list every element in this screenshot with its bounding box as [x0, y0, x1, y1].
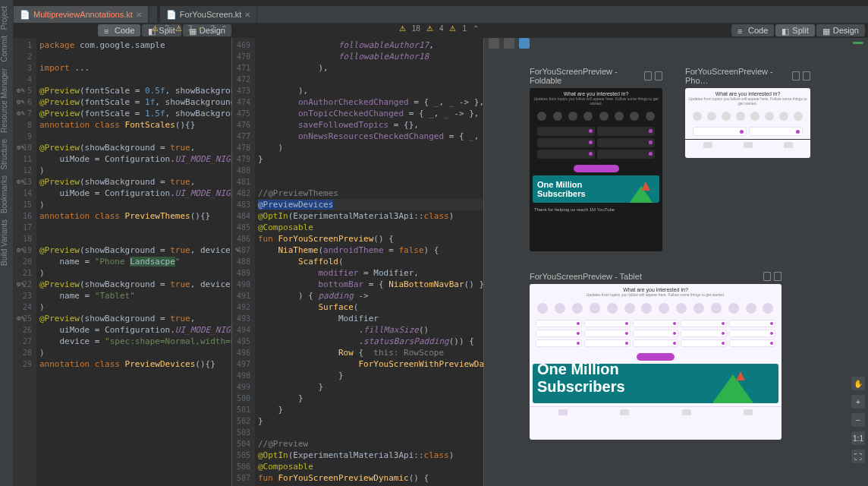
warning-icon: ⚠: [152, 24, 159, 33]
close-icon[interactable]: ✕: [136, 11, 142, 19]
rail-build-variants[interactable]: Build Variants: [0, 219, 8, 266]
code-editor-mid[interactable]: followableAuthor17, followableAuthor18 )…: [255, 38, 483, 486]
preview-canvas[interactable]: ForYouScreenPreview - Foldable What are …: [484, 67, 845, 486]
gutter-left[interactable]: 1234⚙✎5⚙✎6⚙✎789⚙✎101112⚙✎131415161718⚙✎1…: [14, 38, 36, 486]
close-icon[interactable]: ✕: [244, 11, 250, 19]
split-icon: ◧: [782, 27, 789, 34]
zoom-reset-button[interactable]: 1:1: [851, 431, 865, 445]
device-icon[interactable]: [774, 272, 782, 281]
device-icon[interactable]: [644, 71, 652, 80]
preview-tablet[interactable]: What are you interested in?Updates from …: [530, 284, 782, 440]
gutter-mid[interactable]: 4694704714724734744754764774784794804814…: [232, 38, 255, 486]
preview-pane: ForYouScreenPreview - Foldable What are …: [484, 38, 868, 486]
preview-toolbar: [484, 38, 868, 53]
warning-icon: ⚠: [175, 24, 182, 33]
zoom-in-icon[interactable]: +: [851, 395, 865, 409]
main-area: ⚠2 ⚠3 ✔2 ⌃ 1234⚙✎5⚙✎6⚙✎789⚙✎101112⚙✎1314…: [14, 38, 868, 486]
zoom-out-icon[interactable]: −: [851, 413, 865, 427]
view-code-button[interactable]: ≡Code: [98, 24, 140, 36]
tab-label: ForYouScreen.kt: [180, 10, 242, 19]
build-ok-icon: [853, 42, 863, 44]
editor-pane-mid: ⚠18 ⚠4 ⚠1 ⌃ 4694704714724734744754764774…: [232, 38, 484, 486]
tab-foryouscreen[interactable]: 📄 ForYouScreen.kt ✕: [160, 6, 258, 23]
pan-icon[interactable]: ✋: [851, 377, 865, 390]
device-icon[interactable]: [763, 272, 771, 281]
layers-icon[interactable]: [519, 38, 530, 49]
ok-icon: ✔: [198, 24, 204, 33]
file-icon: 📄: [166, 10, 177, 20]
design-icon: ▦: [822, 27, 830, 34]
preview-title-foldable: ForYouScreenPreview - Foldable: [530, 67, 662, 85]
rail-project[interactable]: Project: [0, 6, 8, 30]
warning-icon: ⚠: [449, 24, 456, 33]
preview-zoom-tools: ✋ + − 1:1 ⛶: [851, 377, 865, 463]
rail-structure[interactable]: Structure: [0, 139, 8, 170]
zoom-fit-icon[interactable]: ⛶: [851, 450, 865, 463]
preview-foldable[interactable]: What are you interested in?Updates from …: [530, 88, 662, 251]
banner-preview: One Million Subscribers: [533, 175, 659, 203]
inspection-summary-left[interactable]: ⚠2 ⚠3 ✔2 ⌃: [152, 24, 227, 33]
warning-icon: ⚠: [426, 24, 433, 33]
code-editor-left[interactable]: package com.google.sampleimport ...@Prev…: [36, 38, 231, 486]
interactive-preview-icon[interactable]: [489, 38, 499, 49]
chevron-icon: ⌃: [473, 24, 479, 33]
chevron-icon: ⌃: [221, 24, 227, 33]
editor-pane-left: ⚠2 ⚠3 ✔2 ⌃ 1234⚙✎5⚙✎6⚙✎789⚙✎101112⚙✎1314…: [14, 38, 232, 486]
code-icon: ≡: [104, 27, 112, 34]
banner-preview: One Million Subscribers: [533, 364, 778, 403]
device-icon[interactable]: [792, 71, 800, 80]
editor-tabs: 📄 MultipreviewAnnotations.kt ✕ 📄 ForYouS…: [14, 6, 868, 23]
view-switcher-right: ≡Code ◧Split ▦Design: [731, 23, 865, 38]
view-code-button[interactable]: ≡Code: [731, 24, 774, 36]
rail-bookmarks[interactable]: Bookmarks: [0, 175, 8, 213]
preview-title-tablet: ForYouScreenPreview - Tablet: [530, 272, 782, 281]
view-design-button[interactable]: ▦Design: [816, 24, 865, 36]
animation-preview-icon[interactable]: [504, 38, 514, 49]
file-icon: 📄: [20, 10, 30, 20]
rail-resource-manager[interactable]: Resource Manager: [0, 68, 8, 133]
tab-label: MultipreviewAnnotations.kt: [33, 10, 133, 19]
code-icon: ≡: [737, 27, 745, 34]
device-icon[interactable]: [655, 71, 662, 80]
tab-multipreview-annotations[interactable]: 📄 MultipreviewAnnotations.kt ✕: [14, 6, 149, 23]
inspection-summary-mid[interactable]: ⚠18 ⚠4 ⚠1 ⌃: [399, 24, 479, 33]
view-split-button[interactable]: ◧Split: [775, 24, 814, 36]
preview-title-phone: ForYouScreenPreview - Pho…: [685, 67, 810, 85]
preview-phone[interactable]: What are you interested in?Updates from …: [685, 88, 810, 158]
warning-icon: ⚠: [399, 24, 406, 33]
done-button-preview: [574, 165, 619, 172]
rail-commit[interactable]: Commit: [0, 36, 8, 62]
done-button-preview: [637, 353, 675, 361]
tool-window-rail: Project Commit Resource Manager Structur…: [0, 0, 14, 486]
device-icon[interactable]: [803, 71, 810, 80]
